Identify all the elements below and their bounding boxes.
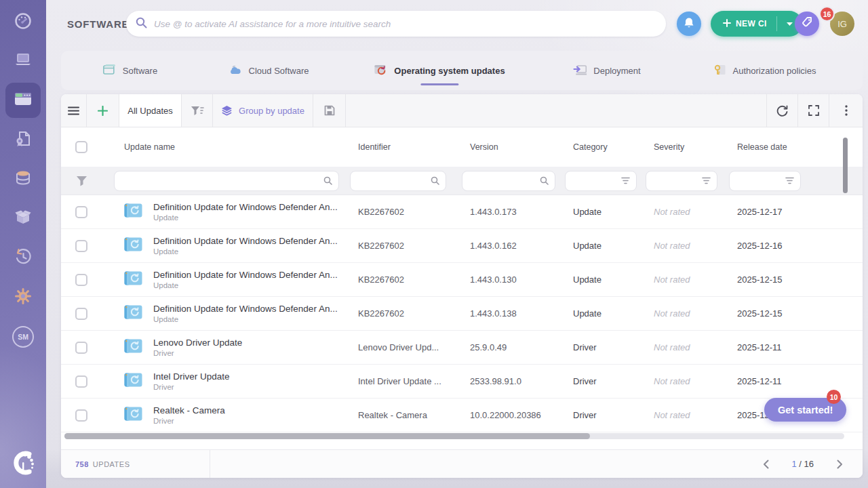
row-checkbox[interactable]	[75, 342, 87, 354]
chevron-left-icon	[763, 460, 769, 469]
tab-deployment[interactable]: Deployment	[573, 51, 640, 90]
filter-update-name-input[interactable]	[121, 176, 323, 186]
notification-count-badge: 16	[819, 6, 835, 22]
save-view-button[interactable]	[313, 94, 346, 127]
fullscreen-button[interactable]	[797, 94, 829, 127]
sidebar-item-software[interactable]	[5, 83, 41, 118]
row-checkbox[interactable]	[75, 274, 87, 286]
table-body: Definition Update for Windows Defender A…	[61, 195, 863, 432]
version-cell: 1.443.0.130	[470, 274, 573, 285]
severity-cell: Not rated	[654, 342, 737, 352]
filter-category-input[interactable]	[572, 176, 621, 186]
update-name: Definition Update for Windows Defender A…	[153, 270, 338, 280]
gear-icon	[14, 287, 33, 308]
table-header: Update name Identifier Version Category …	[61, 127, 863, 167]
app-logo[interactable]	[5, 447, 41, 482]
tab-label: Cloud Software	[249, 66, 309, 76]
history-icon	[14, 247, 33, 269]
column-identifier[interactable]: Identifier	[358, 142, 470, 152]
table-row[interactable]: Definition Update for Windows Defender A…	[61, 297, 863, 331]
more-options-button[interactable]	[829, 94, 863, 127]
tab-label: Authorization policies	[733, 66, 816, 76]
record-count: 758 UPDATES	[61, 450, 210, 478]
severity-cell: Not rated	[654, 207, 737, 217]
sidebar-item-devices[interactable]	[5, 43, 41, 79]
table-row[interactable]: Definition Update for Windows Defender A…	[61, 229, 863, 263]
release-date-cell: 2025-12-17	[737, 207, 863, 217]
sidebar-item-dashboard[interactable]	[5, 5, 41, 40]
table-toolbar: All Updates Group by update	[61, 94, 863, 127]
table-row[interactable]: Definition Update for Windows Defender A…	[61, 263, 863, 297]
record-count-number: 758	[75, 460, 89, 468]
filter-button[interactable]	[182, 94, 213, 127]
hamburger-icon	[68, 106, 79, 115]
table-row[interactable]: Lenovo Driver Update Driver Lenovo Drive…	[61, 331, 863, 365]
refresh-button[interactable]	[766, 94, 797, 127]
profile-initials-badge: SM	[12, 326, 34, 348]
add-button[interactable]	[87, 94, 119, 127]
table-footer: 758 UPDATES 1 / 16	[61, 449, 863, 478]
column-version[interactable]: Version	[470, 142, 573, 152]
column-update-name[interactable]: Update name	[102, 142, 358, 152]
tab-os-updates[interactable]: Operating system updates	[374, 51, 505, 90]
search-input[interactable]	[154, 19, 656, 29]
tab-authorization-policies[interactable]: Authorization policies	[714, 51, 816, 90]
tags-button[interactable]	[795, 12, 819, 36]
view-tab-all-updates[interactable]: All Updates	[119, 94, 182, 127]
release-date-cell: 2025-12-15	[737, 308, 863, 319]
update-name: Intel Driver Update	[153, 371, 230, 382]
view-tab-label: All Updates	[127, 106, 172, 116]
update-icon	[124, 338, 142, 357]
column-category[interactable]: Category	[573, 142, 654, 152]
filter-identifier	[350, 171, 446, 191]
filter-lines-icon	[702, 177, 711, 184]
update-icon	[124, 270, 142, 289]
version-cell: 1.443.0.138	[470, 308, 573, 319]
chevron-down-icon	[786, 22, 793, 26]
column-severity[interactable]: Severity	[654, 142, 737, 152]
select-all-checkbox[interactable]	[75, 141, 87, 153]
avatar-initials: IG	[837, 19, 847, 29]
search-icon	[431, 176, 439, 185]
notifications-button[interactable]	[677, 12, 701, 36]
menu-button[interactable]	[61, 94, 87, 127]
plus-icon	[98, 106, 108, 116]
group-by-update-button[interactable]: Group by update	[213, 94, 313, 127]
update-icon	[124, 237, 142, 255]
prev-page-button[interactable]	[757, 456, 774, 472]
row-checkbox[interactable]	[75, 375, 87, 388]
horizontal-scrollbar[interactable]	[64, 433, 590, 439]
filter-release-date-input[interactable]	[736, 176, 785, 186]
filter-severity-input[interactable]	[652, 176, 702, 186]
new-ci-button[interactable]: NEW CI	[711, 11, 802, 37]
sidebar-item-database[interactable]	[5, 162, 41, 197]
tab-cloud-software[interactable]: Cloud Software	[229, 51, 309, 90]
next-page-button[interactable]	[831, 456, 848, 472]
plus-icon	[723, 19, 731, 29]
update-type: Update	[153, 247, 338, 256]
row-checkbox[interactable]	[75, 240, 87, 252]
record-count-label: UPDATES	[93, 460, 130, 468]
row-checkbox[interactable]	[75, 206, 87, 218]
sidebar-item-profile[interactable]: SM	[5, 319, 41, 354]
sidebar-item-inventory[interactable]	[5, 201, 41, 237]
filter-identifier-input[interactable]	[357, 176, 431, 186]
row-checkbox[interactable]	[75, 409, 87, 422]
sidebar-item-settings[interactable]	[5, 280, 41, 315]
sidebar-item-history[interactable]	[5, 241, 41, 276]
filter-version-input[interactable]	[469, 176, 540, 186]
row-checkbox[interactable]	[75, 308, 87, 320]
vertical-scrollbar[interactable]	[843, 138, 848, 193]
sidebar-item-licenses[interactable]	[5, 123, 41, 158]
update-type: Update	[153, 214, 338, 222]
identifier-cell: KB2267602	[358, 241, 470, 251]
laptop-icon	[13, 51, 33, 71]
refresh-icon	[776, 105, 788, 117]
sidebar: SM	[0, 0, 46, 488]
table-row[interactable]: Definition Update for Windows Defender A…	[61, 195, 863, 229]
get-started-badge: 10	[827, 390, 841, 404]
table-row[interactable]: Intel Driver Update Driver Intel Driver …	[61, 365, 863, 399]
severity-cell: Not rated	[654, 410, 737, 420]
tab-software[interactable]: Software	[103, 51, 157, 90]
table-row[interactable]: Realtek - Camera Driver Realtek - Camera…	[61, 399, 863, 432]
